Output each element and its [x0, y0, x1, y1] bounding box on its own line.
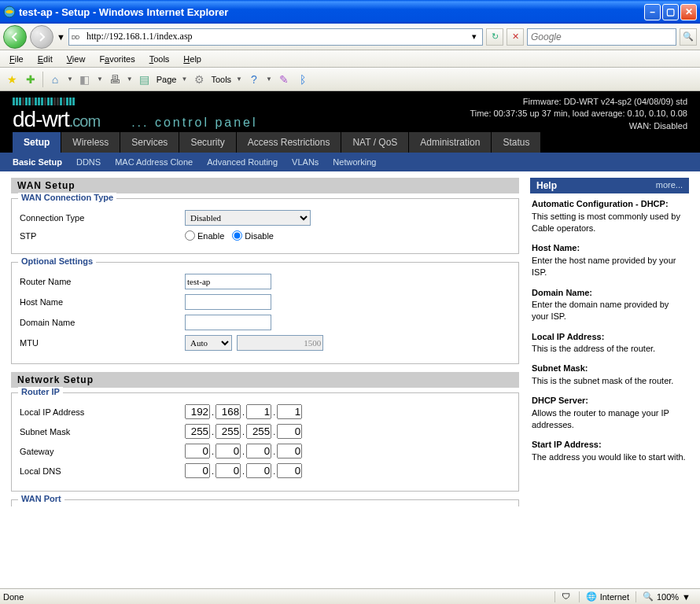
- router-name-input[interactable]: [185, 274, 271, 289]
- minimize-button[interactable]: –: [644, 4, 661, 20]
- wan-port-fieldset: WAN Port: [11, 499, 519, 506]
- back-button[interactable]: [3, 25, 27, 49]
- address-dropdown[interactable]: ▾: [468, 31, 481, 42]
- gateway-oct3[interactable]: [246, 444, 271, 459]
- subtab-ddns[interactable]: DDNS: [76, 157, 101, 167]
- page-content: dd-wrt.com ... control panel Firmware: D…: [0, 91, 700, 588]
- help-panel: Help more... Automatic Configuration - D…: [527, 171, 700, 513]
- tab-security[interactable]: Security: [179, 132, 236, 153]
- subnet-oct1[interactable]: [185, 424, 210, 439]
- subnet-oct3[interactable]: [246, 424, 271, 439]
- tab-wireless[interactable]: Wireless: [61, 132, 120, 153]
- menu-favorites[interactable]: Favorites: [93, 53, 141, 65]
- help-item-title: Local IP Address:: [532, 331, 687, 343]
- connection-type-select[interactable]: Disabled: [185, 210, 311, 226]
- search-box[interactable]: [527, 28, 676, 46]
- address-bar[interactable]: DD ▾: [68, 28, 483, 46]
- gateway-oct4[interactable]: [277, 444, 302, 459]
- research-icon[interactable]: ✎: [277, 72, 291, 87]
- maximize-button[interactable]: ▢: [662, 4, 679, 20]
- help-body: Automatic Configuration - DHCP:This sett…: [530, 193, 689, 471]
- close-button[interactable]: ✕: [680, 4, 697, 20]
- local-ip-oct1[interactable]: [185, 404, 210, 419]
- home-icon[interactable]: ⌂: [48, 72, 62, 87]
- network-setup-header: Network Setup: [11, 372, 519, 388]
- search-input[interactable]: [531, 31, 672, 42]
- local-dns-label: Local DNS: [20, 466, 185, 476]
- dns-oct1[interactable]: [185, 463, 210, 478]
- gateway-label: Gateway: [20, 447, 185, 456]
- subnet-oct2[interactable]: [216, 424, 241, 439]
- svg-text:DD: DD: [72, 35, 79, 40]
- subtab-advanced-routing[interactable]: Advanced Routing: [207, 157, 278, 167]
- menu-file[interactable]: File: [3, 53, 30, 65]
- subtab-mac-clone[interactable]: MAC Address Clone: [115, 157, 193, 167]
- help-item-title: Automatic Configuration - DHCP:: [532, 198, 687, 210]
- subtab-basic-setup[interactable]: Basic Setup: [13, 157, 62, 167]
- local-ip-oct2[interactable]: [216, 404, 241, 419]
- dns-oct4[interactable]: [277, 463, 302, 478]
- mtu-mode-select[interactable]: Auto: [185, 335, 232, 351]
- help-item-title: Start IP Address:: [532, 439, 687, 451]
- forward-button[interactable]: [30, 25, 53, 49]
- dns-oct2[interactable]: [216, 463, 241, 478]
- optional-settings-fieldset: Optional Settings Router Name Host Name …: [11, 262, 519, 364]
- zoom-level[interactable]: 100%: [657, 592, 679, 602]
- help-item-desc: The address you would like to start with…: [532, 451, 687, 463]
- bluetooth-icon[interactable]: ᛒ: [296, 72, 310, 87]
- help-item-title: DHCP Server:: [532, 395, 687, 407]
- router-header: dd-wrt.com ... control panel Firmware: D…: [0, 91, 700, 132]
- status-bar: Done 🛡 🌐Internet 🔍100% ▼: [0, 588, 700, 604]
- tools-menu[interactable]: Tools: [211, 75, 231, 84]
- search-button[interactable]: 🔍: [680, 28, 697, 46]
- local-ip-oct4[interactable]: [277, 404, 302, 419]
- print-icon[interactable]: 🖶: [108, 72, 122, 87]
- domain-name-input[interactable]: [185, 315, 271, 330]
- help-icon[interactable]: ?: [247, 72, 261, 87]
- menu-view[interactable]: View: [61, 53, 92, 65]
- menu-bar: File Edit View Favorites Tools Help: [0, 50, 700, 68]
- page-menu[interactable]: Page: [157, 75, 177, 84]
- feeds-icon[interactable]: ◧: [78, 72, 92, 87]
- subtab-networking[interactable]: Networking: [333, 157, 376, 167]
- tab-services[interactable]: Services: [120, 132, 179, 153]
- navigation-toolbar: ▼ DD ▾ ↻ ✕ 🔍: [0, 24, 700, 50]
- wan-setup-header: WAN Setup: [11, 178, 519, 193]
- favorites-star-icon[interactable]: ★: [5, 72, 19, 87]
- menu-edit[interactable]: Edit: [31, 53, 59, 65]
- router-name-label: Router Name: [20, 277, 185, 286]
- help-item-title: Host Name:: [532, 242, 687, 254]
- local-ip-oct3[interactable]: [246, 404, 271, 419]
- logo-bars: [13, 98, 258, 105]
- nav-history-dropdown[interactable]: ▼: [57, 32, 65, 42]
- subtab-vlans[interactable]: VLANs: [292, 157, 319, 167]
- url-input[interactable]: [87, 31, 468, 42]
- menu-tools[interactable]: Tools: [143, 53, 176, 65]
- zoom-icon[interactable]: 🔍: [643, 591, 654, 602]
- sub-tabs: Basic Setup DDNS MAC Address Clone Advan…: [0, 153, 700, 171]
- host-name-input[interactable]: [185, 294, 271, 310]
- tab-setup[interactable]: Setup: [13, 132, 61, 153]
- tab-status[interactable]: Status: [492, 132, 541, 153]
- subnet-oct4[interactable]: [277, 424, 302, 439]
- stp-disable-radio[interactable]: [232, 230, 242, 241]
- tab-access-restrictions[interactable]: Access Restrictions: [237, 132, 342, 153]
- window-titlebar: test-ap - Setup - Windows Internet Explo…: [0, 0, 700, 24]
- stp-enable-radio[interactable]: [185, 230, 195, 241]
- status-text: Done: [3, 592, 554, 602]
- menu-help[interactable]: Help: [177, 53, 208, 65]
- help-item-desc: Enter the domain name provided by your I…: [532, 299, 687, 323]
- dns-oct3[interactable]: [246, 463, 271, 478]
- tab-administration[interactable]: Administration: [409, 132, 492, 153]
- tab-nat-qos[interactable]: NAT / QoS: [341, 132, 409, 153]
- control-panel-label: ... control panel: [131, 116, 257, 130]
- gateway-oct2[interactable]: [216, 444, 241, 459]
- stop-button[interactable]: ✕: [507, 28, 524, 46]
- help-item-desc: This is the address of the router.: [532, 343, 687, 355]
- help-more-link[interactable]: more...: [656, 180, 683, 191]
- refresh-button[interactable]: ↻: [486, 28, 503, 46]
- add-favorites-icon[interactable]: ✚: [24, 72, 38, 87]
- page-icon[interactable]: ▤: [138, 72, 152, 87]
- gateway-oct1[interactable]: [185, 444, 210, 459]
- tools-gear-icon[interactable]: ⚙: [192, 72, 206, 87]
